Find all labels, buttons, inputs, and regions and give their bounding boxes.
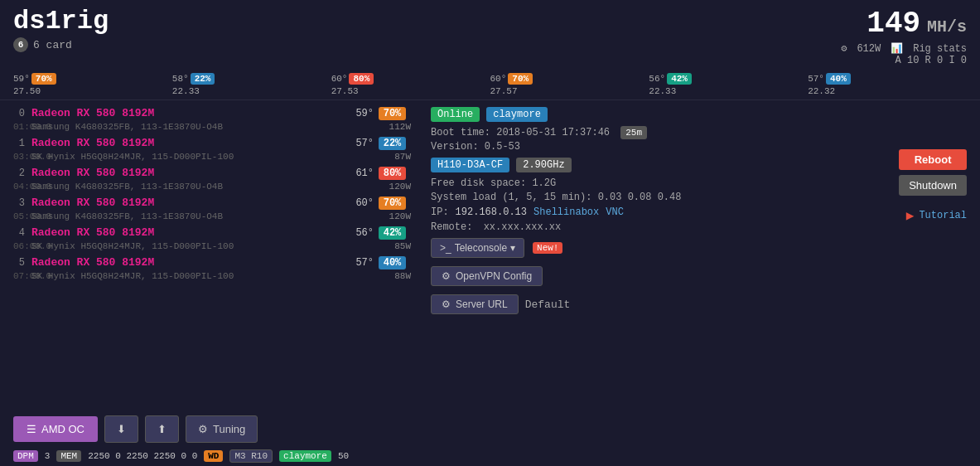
gpu-name-5: Radeon RX 580 8192M — [31, 256, 181, 269]
tutorial-row: ▶ Tutorial — [906, 207, 967, 224]
gpu-bar-item-5: 57° 40% 22.32 — [808, 73, 967, 96]
gpu-index-0: 0 — [13, 108, 25, 119]
gpu-mem-4: SK Hynix H5GQ8H24MJR, 115-D000PIL-100 — [31, 241, 234, 251]
right-panel: Online claymore Boot time: 2018-05-31 17… — [424, 107, 967, 314]
download-icon: ⬇ — [117, 423, 126, 435]
gpu-bar-item-4: 56° 42% 22.33 — [649, 73, 808, 96]
gpu-name-2: Radeon RX 580 8192M — [31, 167, 181, 179]
gpu-index-1: 1 — [13, 138, 25, 149]
gpu-fan-1: 22% — [374, 137, 411, 150]
miner-badge: claymore — [486, 107, 548, 122]
gpu-bar-item-3: 60° 70% 27.57 — [490, 73, 649, 96]
ip-label: IP: — [431, 206, 449, 218]
gpu-time-1: 03:00.0 — [13, 152, 25, 162]
power-icon: ⚙ — [841, 42, 847, 55]
gpu-time-2: 04:00.0 — [13, 182, 25, 192]
gpu-sub-row-1: 03:00.0 SK Hynix H5GQ8H24MJR, 115-D000PI… — [13, 152, 411, 162]
status-bottom-bar: DPM 3 MEM 2250 0 2250 2250 0 0 WD M3 R10… — [13, 449, 349, 463]
download-button[interactable]: ⬇ — [104, 415, 138, 443]
list-icon: ☰ — [27, 423, 36, 435]
gpu-entry-2: 2 Radeon RX 580 8192M 61° 80% 04:00.0 Sa… — [13, 167, 411, 192]
server-url-label: Server URL — [456, 299, 508, 310]
remote-address: xx.xxx.xxx.xx — [484, 221, 562, 233]
gpu-temp-4: 56° — [345, 227, 374, 239]
upload-button[interactable]: ⬆ — [145, 415, 179, 443]
hashrate-unit: MH/s — [927, 17, 967, 36]
motherboard-badge: H110-D3A-CF — [431, 158, 509, 172]
dropdown-icon: ▾ — [510, 242, 515, 254]
gpu-name-4: Radeon RX 580 8192M — [31, 226, 181, 239]
gpu-power-2: 120W — [389, 182, 411, 192]
teleconsole-label: Teleconsole — [455, 242, 507, 254]
tuning-button[interactable]: ⚙ Tuning — [186, 415, 258, 443]
card-label: 6 card — [33, 39, 72, 51]
gpu-row-1: 1 Radeon RX 580 8192M 57° 22% — [13, 137, 411, 150]
remote-label: Remote: — [431, 221, 472, 233]
mem-badge: MEM — [56, 450, 81, 462]
server-default-label: Default — [525, 299, 571, 311]
boot-time: Boot time: 2018-05-31 17:37:46 — [431, 127, 610, 138]
youtube-icon: ▶ — [906, 207, 915, 224]
gpu-index-2: 2 — [13, 167, 25, 179]
a-r-i-status: A 10 R 0 I 0 — [841, 55, 967, 66]
gpu-bar-item-1: 58° 22% 22.33 — [172, 73, 331, 96]
gpu-mem-0: Samsung K4G80325FB, 113-1E3870U-O4B — [31, 122, 223, 132]
gpu-fan-4: 42% — [374, 226, 411, 240]
m3-badge: M3 R10 — [229, 449, 273, 463]
gpu-time-0: 01:00.0 — [13, 122, 25, 132]
gpu-sub-row-3: 05:00.0 Samsung K4G80325FB, 113-1E3870U-… — [13, 211, 411, 221]
rig-stats-link[interactable]: Rig stats — [913, 43, 967, 55]
gpu-temp-2: 61° — [345, 167, 374, 179]
upload-icon: ⬆ — [157, 423, 167, 435]
version-info: Version: 0.5-53 — [431, 141, 967, 153]
gpu-sub-row-2: 04:00.0 Samsung K4G80325FB, 113-1E3870U-… — [13, 182, 411, 192]
cpu-freq-badge: 2.90GHz — [516, 158, 571, 172]
gpu-list: 0 Radeon RX 580 8192M 59° 70% 01:00.0 Sa… — [13, 107, 411, 314]
gpu-name-0: Radeon RX 580 8192M — [31, 107, 181, 119]
shutdown-button[interactable]: Shutdown — [899, 175, 967, 196]
dpm-badge: DPM — [13, 450, 38, 462]
tutorial-link[interactable]: Tutorial — [919, 210, 967, 221]
terminal-icon: >_ — [440, 242, 451, 254]
gpu-index-3: 3 — [13, 197, 25, 209]
gpu-index-4: 4 — [13, 227, 25, 239]
gpu-bar-item-2: 60° 80% 27.53 — [331, 73, 490, 96]
reboot-button[interactable]: Reboot — [899, 149, 967, 170]
gpu-mem-5: SK Hynix H5GQ8H24MJR, 115-D000PIL-100 — [31, 271, 234, 281]
gpu-mem-3: Samsung K4G80325FB, 113-1E3870U-O4B — [31, 211, 223, 221]
amd-oc-button[interactable]: ☰ AMD OC — [13, 416, 98, 442]
gpu-fan-2: 80% — [374, 167, 411, 180]
bottom-toolbar: ☰ AMD OC ⬇ ⬆ ⚙ Tuning — [13, 415, 258, 443]
gpu-name-1: Radeon RX 580 8192M — [31, 137, 181, 149]
gpu-time-5: 07:00.0 — [13, 271, 25, 281]
disk-info: Free disk space: 1.2G — [431, 177, 967, 189]
gear-icon-2: ⚙ — [442, 299, 451, 310]
gpu-time-3: 05:00.0 — [13, 211, 25, 221]
gpu-row-5: 5 Radeon RX 580 8192M 57° 40% — [13, 256, 411, 269]
gpu-sub-row-0: 01:00.0 Samsung K4G80325FB, 113-1E3870U-… — [13, 122, 411, 132]
shellinabox-link[interactable]: Shellinabox — [533, 206, 599, 218]
server-url-button[interactable]: ⚙ Server URL — [431, 294, 519, 314]
ip-address: 192.168.0.13 — [456, 206, 527, 218]
claymore-status-badge: claymore — [279, 450, 331, 462]
new-badge: New! — [533, 242, 562, 254]
load-info: System load (1, 5, 15 min): 0.03 0.08 0.… — [431, 192, 967, 203]
gpu-power-5: 88W — [394, 271, 411, 281]
openvpn-button[interactable]: ⚙ OpenVPN Config — [431, 266, 543, 286]
teleconsole-button[interactable]: >_ Teleconsole ▾ — [431, 238, 524, 258]
gpu-name-3: Radeon RX 580 8192M — [31, 197, 181, 209]
wd-badge: WD — [204, 450, 223, 462]
gear-tuning-icon: ⚙ — [198, 423, 208, 435]
openvpn-label: OpenVPN Config — [456, 270, 532, 282]
gpu-power-0: 112W — [389, 122, 411, 132]
gear-icon: ⚙ — [442, 270, 451, 282]
vnc-link[interactable]: VNC — [606, 206, 624, 218]
gpu-temp-5: 57° — [345, 257, 374, 269]
mem-value: 2250 0 2250 2250 0 0 — [88, 451, 197, 461]
claymore-val: 50 — [338, 451, 349, 461]
gpu-fan-0: 70% — [374, 107, 411, 120]
hashrate-value: 149 — [867, 7, 920, 41]
gpu-power-4: 85W — [394, 241, 411, 251]
gpu-time-4: 06:00.0 — [13, 241, 25, 251]
gpu-row-0: 0 Radeon RX 580 8192M 59° 70% — [13, 107, 411, 120]
